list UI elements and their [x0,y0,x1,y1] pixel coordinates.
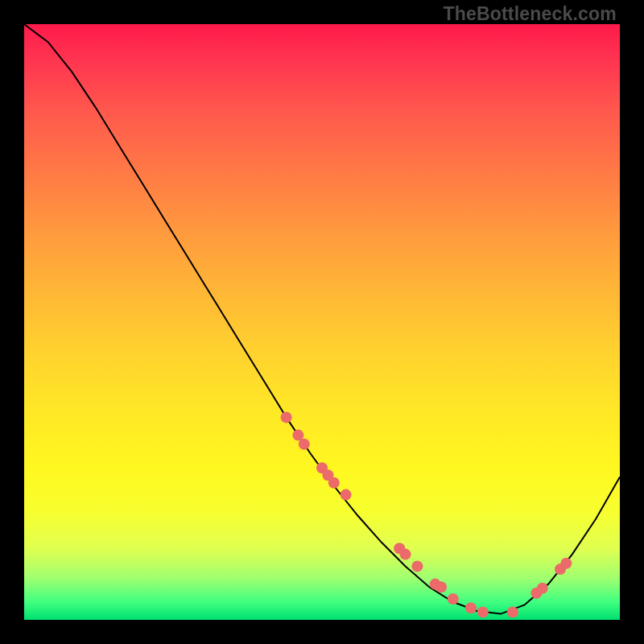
data-point [448,593,459,605]
data-point [436,581,447,592]
data-point [328,477,340,489]
data-point [477,606,489,617]
data-point [537,583,548,594]
data-point [507,606,518,617]
data-point [400,549,411,560]
data-point [341,489,352,501]
data-point [281,411,292,423]
data-point [560,558,572,569]
curve-line [24,24,620,614]
bottleneck-chart [24,24,620,620]
scatter-dots [281,411,572,617]
chart-svg [24,24,620,620]
data-point [411,560,423,572]
watermark-label: TheBottleneck.com [443,3,617,25]
data-point [299,439,310,450]
data-point [465,602,477,613]
bottleneck-curve-path [24,24,620,614]
